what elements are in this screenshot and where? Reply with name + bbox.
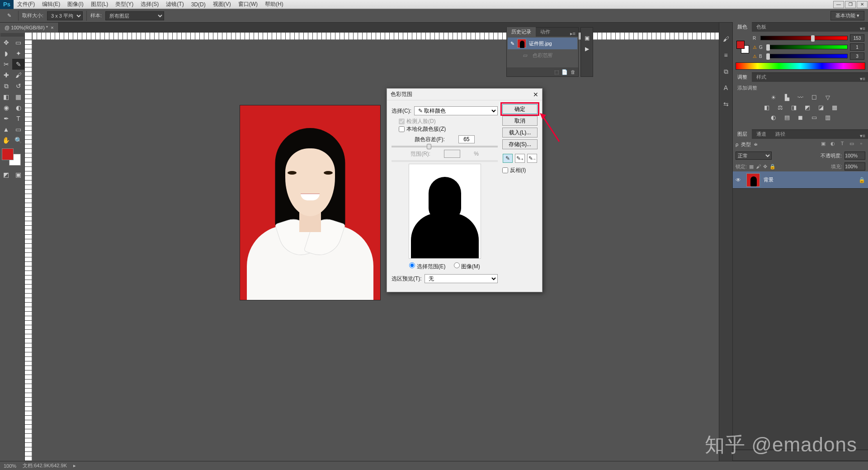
gradient-tool-icon[interactable]: ▦ [12,91,24,102]
move-tool-icon[interactable]: ✥ [0,37,12,48]
selection-preview[interactable] [409,164,481,259]
magic-wand-tool-icon[interactable]: ✦ [12,48,24,59]
select-dropdown[interactable]: ✎ 取样颜色 [414,106,498,115]
eyedropper-tool-icon[interactable]: ✎ [12,59,24,70]
character-icon[interactable]: A [722,84,731,92]
tab-channels[interactable]: 通道 [752,129,771,139]
doc-size[interactable]: 文档:642.9K/642.9K [23,462,67,469]
g-value[interactable] [850,43,864,51]
tab-styles[interactable]: 样式 [752,72,771,82]
radio-selection[interactable]: 选择范围(E) [409,262,445,271]
bw-icon[interactable]: ◨ [789,104,798,111]
menu-select[interactable]: 选择(S) [137,0,162,8]
panel-menu-icon[interactable]: ▾≡ [857,133,868,139]
r-slider[interactable] [760,36,848,40]
b-slider[interactable] [767,54,848,58]
layer-row[interactable]: 👁 背景 🔒 [733,171,868,189]
eyedropper-tool-icon[interactable]: ✎ [4,10,14,21]
b-value[interactable] [850,52,864,60]
photo-filter-icon[interactable]: ◩ [803,104,812,111]
document-tab[interactable]: @ 100%(RGB/8#) * × [0,23,59,33]
tab-actions[interactable]: 动作 [536,27,555,37]
fill-input[interactable] [844,162,865,171]
workspace-switcher[interactable]: 基本功能 ▾ [830,11,864,20]
history-item[interactable]: ✎ 证件照.jpg [508,38,577,49]
exposure-icon[interactable]: ☐ [810,94,819,101]
menu-image[interactable]: 图像(I) [64,0,87,8]
menu-filter[interactable]: 滤镜(T) [162,0,187,8]
menu-view[interactable]: 视图(V) [209,0,235,8]
eyedropper-minus-icon[interactable]: ✎₋ [527,154,537,163]
eyedropper-plus-icon[interactable]: ✎₊ [515,154,525,163]
swap-icon[interactable]: ⇆ [722,100,731,109]
radio-image[interactable]: 图像(M) [454,262,480,271]
menu-window[interactable]: 窗口(W) [235,0,261,8]
shape-tool-icon[interactable]: ▭ [12,124,24,135]
clone-stamp-tool-icon[interactable]: ⧉ [0,81,12,91]
tab-color[interactable]: 颜色 [733,22,752,32]
brush-presets-icon[interactable]: 🖌 [722,35,731,43]
horizontal-ruler[interactable] [32,33,719,40]
tab-history[interactable]: 历史记录 [507,27,536,37]
curves-icon[interactable]: 〰 [796,94,805,101]
spectrum-ramp[interactable] [736,62,865,70]
new-snapshot-icon[interactable]: ⬚ [554,69,559,75]
crop-tool-icon[interactable]: ✂ [0,59,12,70]
screen-mode-icon[interactable]: ▣ [12,169,24,180]
ok-button[interactable]: 确定 [502,104,538,114]
gradient-map-icon[interactable]: ▭ [810,114,819,121]
menu-3d[interactable]: 3D(D) [188,1,209,8]
color-lookup-icon[interactable]: ▦ [830,104,839,111]
posterize-icon[interactable]: ▤ [783,114,792,121]
zoom-level[interactable]: 100% [4,463,16,469]
pen-tool-icon[interactable]: ✒ [0,113,12,124]
sample-layers-select[interactable]: 所有图层 [105,11,164,20]
hand-tool-icon[interactable]: ✋ [0,135,12,146]
menu-help[interactable]: 帮助(H) [261,0,287,8]
invert-icon[interactable]: ◐ [769,114,778,121]
load-button[interactable]: 载入(L)... [502,128,538,138]
r-value[interactable] [850,34,864,42]
collapsed-panel-icon[interactable]: ▶ [585,46,589,52]
healing-brush-tool-icon[interactable]: ✚ [0,70,12,81]
menu-edit[interactable]: 编辑(E) [38,0,64,8]
history-brush-source-icon[interactable]: ✎ [510,41,514,47]
tab-layers[interactable]: 图层 [733,129,752,139]
maximize-button[interactable]: ❐ [845,1,856,8]
brightness-icon[interactable]: ☀ [769,94,778,101]
panel-menu-icon[interactable]: ▸≡ [567,31,578,37]
invert-checkbox[interactable]: 反相(I) [502,166,538,174]
menu-file[interactable]: 文件(F) [14,0,38,8]
save-button[interactable]: 存储(S)... [502,139,538,149]
lock-pixels-icon[interactable]: 🖌 [756,164,761,169]
color-swatch[interactable] [2,148,22,166]
eyedropper-icon[interactable]: ✎ [503,154,513,163]
threshold-icon[interactable]: ◼ [796,114,805,121]
history-brush-tool-icon[interactable]: ↺ [12,81,24,91]
lasso-tool-icon[interactable]: ◗ [0,48,12,59]
filter-adjust-icon[interactable]: ◐ [829,141,837,148]
filter-shape-icon[interactable]: ▭ [848,141,856,148]
tab-paths[interactable]: 路径 [771,129,790,139]
new-document-icon[interactable]: 📄 [561,69,568,75]
eraser-tool-icon[interactable]: ◧ [0,91,12,102]
g-slider[interactable] [767,45,848,49]
clone-source-icon[interactable]: ⧉ [722,68,731,76]
filter-smart-icon[interactable]: ▫ [857,141,865,148]
ruler-origin[interactable] [25,33,32,40]
brush-settings-icon[interactable]: ≡ [722,52,731,60]
menu-type[interactable]: 类型(Y) [112,0,137,8]
tab-swatches[interactable]: 色板 [752,22,771,32]
filter-pixel-icon[interactable]: ▣ [819,141,827,148]
color-mini-swatch[interactable] [736,41,749,53]
panel-menu-icon[interactable]: ▾≡ [857,26,868,32]
hue-icon[interactable]: ◧ [762,104,771,111]
history-item[interactable]: ▭ 色彩范围 [508,49,577,61]
document-canvas[interactable] [240,105,380,300]
dodge-tool-icon[interactable]: ◐ [12,102,24,113]
levels-icon[interactable]: ▙ [783,94,792,101]
color-balance-icon[interactable]: ⚖ [776,104,785,111]
layer-name-label[interactable]: 背景 [764,176,774,183]
selective-color-icon[interactable]: ▥ [823,114,832,121]
type-tool-icon[interactable]: T [12,113,24,124]
